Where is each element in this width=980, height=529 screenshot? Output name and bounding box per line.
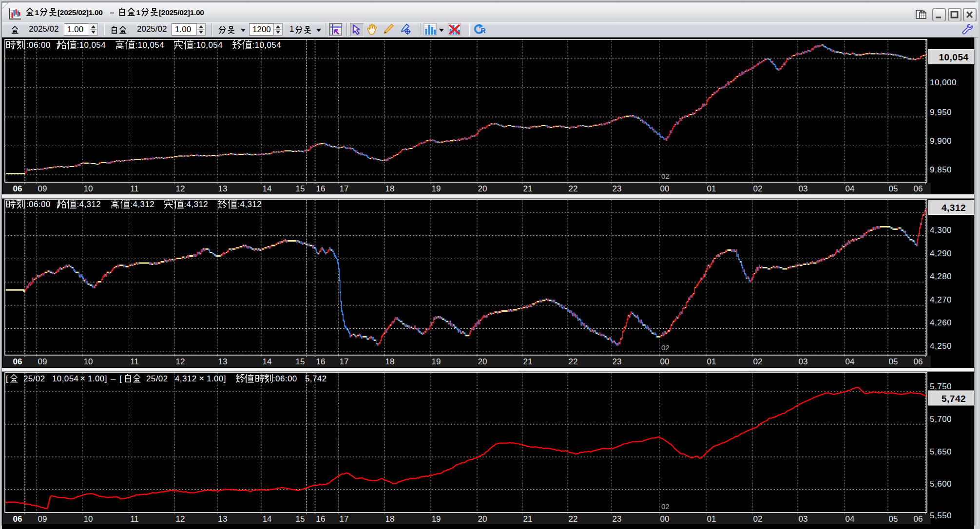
svg-text:02: 02 xyxy=(753,357,763,366)
svg-text:4,260: 4,260 xyxy=(930,318,952,327)
svg-text:–: – xyxy=(110,8,114,17)
svg-text:23: 23 xyxy=(613,514,622,524)
svg-text:×: × xyxy=(80,373,85,383)
svg-text:01: 01 xyxy=(707,184,716,193)
svg-text:16: 16 xyxy=(316,357,326,366)
svg-text:1.00]: 1.00] xyxy=(88,374,107,383)
svg-text:09: 09 xyxy=(38,357,47,366)
svg-text:04: 04 xyxy=(845,514,855,524)
svg-text:10,054: 10,054 xyxy=(52,374,78,383)
svg-text:10,000: 10,000 xyxy=(930,78,957,87)
svg-text:10: 10 xyxy=(84,357,93,366)
svg-text:22: 22 xyxy=(569,357,578,366)
svg-text:4,312: 4,312 xyxy=(942,203,966,213)
svg-text:22: 22 xyxy=(569,184,578,193)
svg-text:09: 09 xyxy=(38,184,47,193)
svg-text:1: 1 xyxy=(35,8,39,17)
svg-text:25/02: 25/02 xyxy=(23,374,45,383)
svg-text:5,742: 5,742 xyxy=(942,394,966,404)
svg-text:16: 16 xyxy=(316,514,326,524)
svg-text:19: 19 xyxy=(432,184,441,193)
svg-text:9,850: 9,850 xyxy=(930,165,952,174)
svg-text:5,550: 5,550 xyxy=(930,511,952,520)
svg-text:04: 04 xyxy=(845,184,855,193)
svg-text::10,054: :10,054 xyxy=(135,40,165,50)
svg-text::06:00: :06:00 xyxy=(273,374,297,383)
svg-text:16: 16 xyxy=(316,184,326,193)
svg-text:18: 18 xyxy=(385,357,395,366)
svg-text:13: 13 xyxy=(218,514,228,524)
svg-text:06: 06 xyxy=(914,514,923,524)
svg-text:25/02: 25/02 xyxy=(146,374,168,383)
svg-text:23: 23 xyxy=(613,184,622,193)
svg-text:06: 06 xyxy=(13,514,22,524)
svg-text::10,054: :10,054 xyxy=(77,40,106,50)
svg-text:4,250: 4,250 xyxy=(930,341,952,351)
svg-text:02: 02 xyxy=(661,172,670,180)
svg-text:[: [ xyxy=(6,374,8,383)
svg-text:05: 05 xyxy=(889,514,898,524)
svg-text:–: – xyxy=(111,373,116,383)
svg-text:19: 19 xyxy=(432,357,441,366)
svg-text:20: 20 xyxy=(478,357,487,366)
svg-text:18: 18 xyxy=(385,184,395,193)
svg-text:13: 13 xyxy=(218,184,228,193)
svg-text:R: R xyxy=(481,27,486,35)
svg-text:02: 02 xyxy=(753,184,763,193)
svg-text::4,312: :4,312 xyxy=(238,200,262,209)
svg-text:02: 02 xyxy=(753,514,763,524)
svg-text:5,700: 5,700 xyxy=(930,415,952,424)
svg-text:00: 00 xyxy=(660,357,670,366)
svg-text:[2025/02]1.00: [2025/02]1.00 xyxy=(159,8,204,17)
svg-text:00: 00 xyxy=(660,184,670,193)
svg-text:20: 20 xyxy=(478,514,487,524)
svg-text:09: 09 xyxy=(38,514,47,524)
svg-text:11: 11 xyxy=(130,514,139,524)
svg-text:05: 05 xyxy=(889,357,898,366)
svg-text:17: 17 xyxy=(340,514,349,524)
svg-text:9,900: 9,900 xyxy=(930,136,952,146)
svg-text::06:00: :06:00 xyxy=(26,200,51,209)
svg-text:[2025/02]1.00: [2025/02]1.00 xyxy=(58,8,103,17)
svg-text:12: 12 xyxy=(176,514,185,524)
svg-text:1.00]: 1.00] xyxy=(207,374,226,383)
svg-text:10,054: 10,054 xyxy=(939,52,968,62)
svg-text:10: 10 xyxy=(84,184,93,193)
svg-text:11: 11 xyxy=(130,357,139,366)
svg-text:04: 04 xyxy=(845,357,855,366)
svg-text:19: 19 xyxy=(432,514,441,524)
svg-text:01: 01 xyxy=(707,514,716,524)
svg-text:5,750: 5,750 xyxy=(930,382,952,391)
svg-text:14: 14 xyxy=(263,514,272,524)
svg-text:18: 18 xyxy=(385,514,395,524)
svg-text:21: 21 xyxy=(523,357,533,366)
svg-text:02: 02 xyxy=(661,502,670,510)
svg-text:5,742: 5,742 xyxy=(305,374,327,383)
svg-text:23: 23 xyxy=(613,357,622,366)
svg-text:5,650: 5,650 xyxy=(930,447,952,456)
svg-text::10,054: :10,054 xyxy=(252,40,282,50)
svg-text:[: [ xyxy=(119,374,122,383)
svg-text::06:00: :06:00 xyxy=(26,40,51,50)
svg-text:×: × xyxy=(199,373,204,383)
svg-text:14: 14 xyxy=(263,357,272,366)
svg-text:4,312: 4,312 xyxy=(175,374,197,383)
svg-text:14: 14 xyxy=(263,184,272,193)
svg-text:15: 15 xyxy=(296,514,305,524)
svg-text:02: 02 xyxy=(661,343,670,352)
svg-text:15: 15 xyxy=(296,357,305,366)
svg-text:12: 12 xyxy=(176,357,185,366)
svg-text:4,280: 4,280 xyxy=(930,272,952,281)
svg-text:17: 17 xyxy=(340,357,349,366)
svg-text:03: 03 xyxy=(799,514,808,524)
svg-text:4,270: 4,270 xyxy=(930,295,952,304)
svg-text:00: 00 xyxy=(660,514,670,524)
svg-text:22: 22 xyxy=(569,514,578,524)
svg-text:17: 17 xyxy=(340,184,349,193)
svg-text::4,312: :4,312 xyxy=(131,200,155,209)
svg-text:10: 10 xyxy=(84,514,93,524)
svg-text:05: 05 xyxy=(889,184,898,193)
svg-text:06: 06 xyxy=(914,184,923,193)
svg-text:03: 03 xyxy=(799,184,808,193)
svg-text:12: 12 xyxy=(176,184,185,193)
